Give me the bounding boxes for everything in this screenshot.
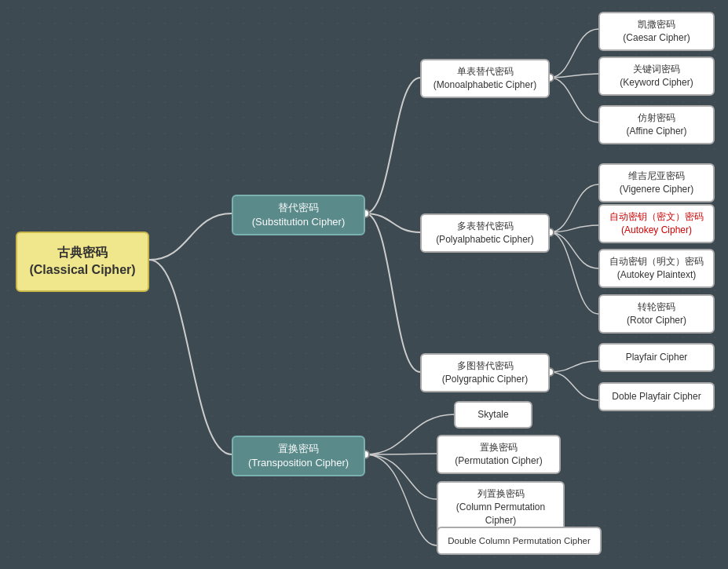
playfair-node[interactable]: Playfair Cipher xyxy=(598,343,715,372)
permutation-node[interactable]: 置换密码(Permutation Cipher) xyxy=(437,435,561,474)
rotor-node[interactable]: 转轮密码(Rotor Cipher) xyxy=(598,294,715,334)
autokey-plain-node[interactable]: 自动密钥（明文）密码(Autokey Plaintext) xyxy=(598,249,715,288)
skytale-node[interactable]: Skytale xyxy=(454,401,532,429)
keyword-node[interactable]: 关键词密码(Keyword Cipher) xyxy=(598,57,715,96)
monoalphabetic-node[interactable]: 单表替代密码(Monoalphabetic Cipher) xyxy=(420,59,550,98)
root-node[interactable]: 古典密码(Classical Cipher) xyxy=(16,232,149,292)
vigenere-node[interactable]: 维吉尼亚密码(Vigenere Cipher) xyxy=(598,163,715,202)
transposition-node[interactable]: 置换密码(Transposition Cipher) xyxy=(232,436,365,476)
polyalphabetic-node[interactable]: 多表替代密码(Polyalphabetic Cipher) xyxy=(420,213,550,253)
caesar-node[interactable]: 凯撒密码(Caesar Cipher) xyxy=(598,12,715,51)
substitution-node[interactable]: 替代密码(Substitution Cipher) xyxy=(232,195,365,235)
column-permutation-node[interactable]: 列置换密码(Column Permutation Cipher) xyxy=(437,481,565,533)
autokey-cipher-node[interactable]: 自动密钥（密文）密码(Autokey Cipher) xyxy=(598,204,715,243)
affine-node[interactable]: 仿射密码(Affine Cipher) xyxy=(598,105,715,144)
double-column-node[interactable]: Double Column Permutation Cipher xyxy=(437,527,602,555)
doble-playfair-node[interactable]: Doble Playfair Cipher xyxy=(598,382,715,411)
polygraphic-node[interactable]: 多图替代密码(Polygraphic Cipher) xyxy=(420,353,550,392)
